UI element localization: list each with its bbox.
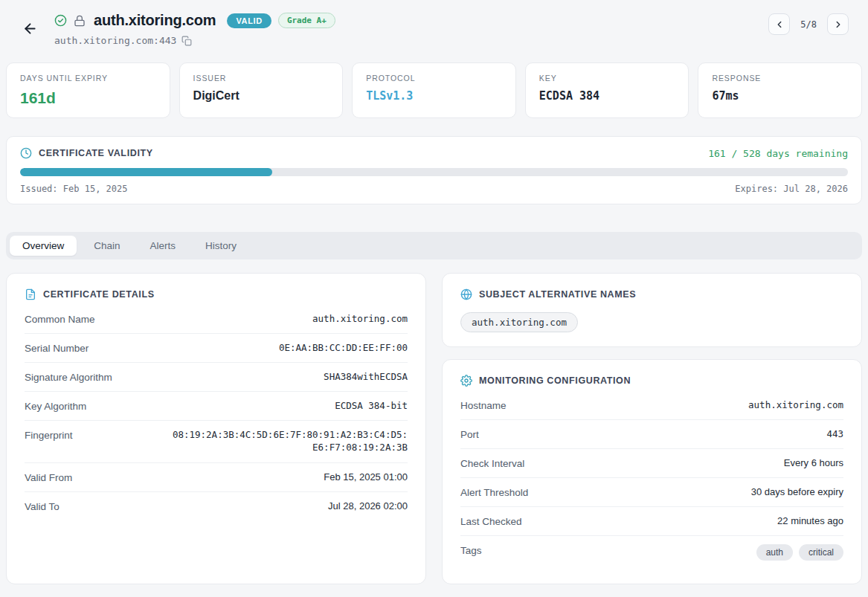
detail-row-serial-number: Serial Number 0E:AA:BB:CC:DD:EE:FF:00 (25, 334, 408, 363)
panel-title: MONITORING CONFIGURATION (479, 375, 631, 386)
detail-row-common-name: Common Name auth.xitoring.com (25, 305, 408, 334)
host-port-subtitle: auth.xitoring.com:443 (54, 35, 176, 46)
copy-button[interactable] (181, 36, 192, 46)
stat-label: PROTOCOL (366, 74, 502, 83)
chevron-right-icon (833, 19, 843, 30)
back-button[interactable] (19, 18, 41, 39)
detail-row-valid-to: Valid To Jul 28, 2026 02:00 (25, 492, 408, 520)
panel-title: SUBJECT ALTERNATIVE NAMES (479, 289, 636, 300)
stat-value: ECDSA 384 (539, 89, 675, 103)
detail-row-valid-from: Valid From Feb 15, 2025 01:00 (25, 463, 408, 492)
panel-title: CERTIFICATE DETAILS (43, 289, 155, 300)
detail-label: Common Name (25, 313, 95, 325)
stat-label: DAYS UNTIL EXPIRY (20, 74, 156, 83)
stat-label: RESPONSE (712, 74, 848, 83)
gear-icon (460, 375, 472, 387)
detail-row-last-checked: Last Checked 22 minutes ago (460, 507, 843, 536)
detail-label: Last Checked (460, 515, 522, 527)
days-remaining: 161 / 528 days remaining (708, 148, 848, 159)
stat-card-key: KEY ECDSA 384 (525, 62, 689, 118)
detail-label: Valid To (25, 500, 60, 512)
lock-icon (74, 15, 86, 27)
detail-row-hostname: Hostname auth.xitoring.com (460, 391, 843, 420)
subject-alternative-names-panel: SUBJECT ALTERNATIVE NAMES auth.xitoring.… (442, 273, 862, 347)
certificate-details-panel: CERTIFICATE DETAILS Common Name auth.xit… (6, 273, 426, 584)
detail-label: Signature Algorithm (25, 371, 112, 383)
stat-label: ISSUER (193, 74, 329, 83)
validity-title: CERTIFICATE VALIDITY (39, 148, 153, 158)
stat-cards: DAYS UNTIL EXPIRY 161d ISSUER DigiCert P… (6, 62, 862, 118)
expires-date: Expires: Jul 28, 2026 (735, 184, 848, 194)
tag-chip-critical: critical (799, 544, 843, 561)
detail-row-port: Port 443 (460, 420, 843, 449)
status-badge: VALID (227, 13, 271, 28)
detail-row-fingerprint: Fingerprint 08:19:2A:3B:4C:5D:6E:7F:80:9… (25, 421, 408, 463)
detail-label: Fingerprint (25, 429, 73, 441)
clock-icon (20, 147, 32, 159)
detail-row-signature-algorithm: Signature Algorithm SHA384withECDSA (25, 363, 408, 392)
detail-value: Every 6 hours (784, 457, 843, 468)
detail-label: Tags (460, 544, 482, 556)
chevron-left-icon (774, 19, 785, 30)
detail-value: Feb 15, 2025 01:00 (324, 471, 408, 483)
monitoring-configuration-panel: MONITORING CONFIGURATION Hostname auth.x… (442, 359, 862, 584)
check-circle-icon (54, 14, 67, 27)
grade-badge: Grade A+ (278, 13, 335, 28)
stat-value: 161d (20, 89, 156, 107)
issued-date: Issued: Feb 15, 2025 (20, 184, 128, 194)
globe-icon (460, 288, 472, 300)
detail-value: 30 days before expiry (751, 486, 843, 497)
stat-value: DigiCert (193, 89, 329, 103)
detail-row-check-interval: Check Interval Every 6 hours (460, 449, 843, 478)
detail-value: 0E:AA:BB:CC:DD:EE:FF:00 (279, 342, 408, 353)
detail-label: Hostname (460, 399, 507, 411)
pagination: 5/8 (768, 13, 849, 35)
tab-alerts[interactable]: Alerts (138, 236, 189, 256)
page-count: 5/8 (800, 19, 817, 30)
detail-value: ECDSA 384-bit (335, 400, 408, 411)
stat-card-issuer: ISSUER DigiCert (179, 62, 344, 118)
stat-card-days-until-expiry: DAYS UNTIL EXPIRY 161d (6, 62, 170, 118)
detail-label: Check Interval (460, 457, 524, 469)
detail-label: Port (460, 428, 479, 440)
tab-overview[interactable]: Overview (10, 236, 77, 256)
detail-value: 443 (826, 428, 843, 439)
tag-chip-auth: auth (756, 544, 793, 561)
detail-value: SHA384withECDSA (324, 371, 408, 382)
detail-value: 22 minutes ago (777, 515, 843, 526)
detail-label: Serial Number (25, 342, 89, 354)
tab-history[interactable]: History (193, 236, 249, 256)
arrow-left-icon (22, 21, 38, 36)
detail-row-tags: Tags auth critical (460, 536, 843, 569)
next-button[interactable] (827, 13, 849, 35)
page-title: auth.xitoring.com (94, 12, 216, 29)
document-icon (25, 288, 36, 300)
stat-value: TLSv1.3 (366, 89, 502, 103)
validity-progress-fill (20, 168, 272, 176)
stat-card-protocol: PROTOCOL TLSv1.3 (352, 62, 516, 118)
tab-chain[interactable]: Chain (81, 236, 132, 256)
certificate-validity-card: CERTIFICATE VALIDITY 161 / 528 days rema… (6, 136, 862, 204)
detail-value: 08:19:2A:3B:4C:5D:6E:7F:80:91:A2:B3:C4:D… (170, 429, 408, 454)
prev-button[interactable] (768, 13, 790, 35)
detail-label: Valid From (25, 471, 72, 483)
detail-row-alert-threshold: Alert Threshold 30 days before expiry (460, 478, 843, 507)
header: auth.xitoring.com VALID Grade A+ auth.xi… (6, 0, 862, 46)
tab-bar: Overview Chain Alerts History (6, 232, 862, 259)
copy-icon (181, 36, 192, 46)
detail-row-key-algorithm: Key Algorithm ECDSA 384-bit (25, 392, 408, 421)
stat-label: KEY (539, 74, 675, 83)
detail-value: auth.xitoring.com (312, 313, 408, 324)
stat-card-response: RESPONSE 67ms (698, 62, 862, 118)
validity-progress-track (20, 168, 848, 176)
detail-label: Key Algorithm (25, 400, 86, 412)
detail-label: Alert Threshold (460, 486, 528, 498)
detail-value: Jul 28, 2026 02:00 (328, 500, 408, 512)
san-chip: auth.xitoring.com (460, 312, 578, 332)
stat-value: 67ms (712, 89, 848, 103)
detail-value: auth.xitoring.com (748, 399, 843, 410)
page: auth.xitoring.com VALID Grade A+ auth.xi… (0, 0, 868, 584)
